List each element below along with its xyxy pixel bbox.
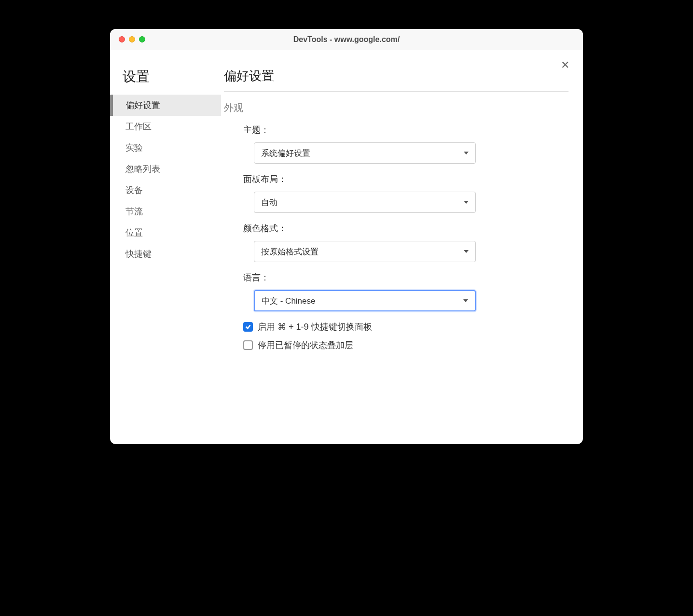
checkbox-paused-overlay-label: 停用已暂停的状态叠加层 xyxy=(258,339,353,351)
traffic-lights xyxy=(110,36,145,42)
theme-select-value: 系统偏好设置 xyxy=(261,148,310,159)
chevron-down-icon xyxy=(464,250,469,253)
window-close-button[interactable] xyxy=(119,36,125,42)
window-minimize-button[interactable] xyxy=(129,36,135,42)
sidebar-item-throttling[interactable]: 节流 xyxy=(110,201,221,222)
sidebar-item-label: 节流 xyxy=(125,207,143,216)
page-title: 偏好设置 xyxy=(224,68,568,92)
field-panel-layout: 面板布局： 自动 xyxy=(224,173,568,213)
color-format-select[interactable]: 按原始格式设置 xyxy=(254,241,476,262)
checkbox-paused-overlay[interactable] xyxy=(243,340,253,350)
sidebar-item-experiments[interactable]: 实验 xyxy=(110,137,221,158)
checkbox-paused-overlay-row[interactable]: 停用已暂停的状态叠加层 xyxy=(224,339,568,351)
sidebar-title: 设置 xyxy=(110,68,221,95)
main-panel: 偏好设置 外观 主题： 系统偏好设置 面板布局： 自动 xyxy=(221,50,583,444)
sidebar-item-label: 设备 xyxy=(125,185,143,195)
panel-layout-label: 面板布局： xyxy=(243,173,568,185)
close-icon[interactable]: ✕ xyxy=(561,60,569,70)
devtools-settings-window: DevTools - www.google.com/ ✕ 设置 偏好设置 工作区… xyxy=(110,29,583,444)
color-format-select-value: 按原始格式设置 xyxy=(261,246,319,257)
language-select-value: 中文 - Chinese xyxy=(262,295,315,307)
sidebar-item-label: 偏好设置 xyxy=(125,100,160,110)
check-icon xyxy=(245,323,251,330)
chevron-down-icon xyxy=(464,152,469,154)
sidebar-item-label: 工作区 xyxy=(125,122,152,131)
window-fullscreen-button[interactable] xyxy=(139,36,145,42)
sidebar-item-label: 快捷键 xyxy=(125,249,152,259)
field-theme: 主题： 系统偏好设置 xyxy=(224,124,568,164)
color-format-label: 颜色格式： xyxy=(243,223,568,234)
theme-select[interactable]: 系统偏好设置 xyxy=(254,142,476,164)
checkbox-shortcut-panel[interactable] xyxy=(243,322,253,332)
theme-label: 主题： xyxy=(243,124,568,136)
sidebar-item-ignore-list[interactable]: 忽略列表 xyxy=(110,158,221,180)
field-language: 语言： 中文 - Chinese xyxy=(224,272,568,311)
sidebar-item-shortcuts[interactable]: 快捷键 xyxy=(110,243,221,265)
field-color-format: 颜色格式： 按原始格式设置 xyxy=(224,223,568,262)
sidebar-item-preferences[interactable]: 偏好设置 xyxy=(110,95,221,116)
checkbox-shortcut-panel-label: 启用 ⌘ + 1-9 快捷键切换面板 xyxy=(258,321,372,333)
sidebar-item-devices[interactable]: 设备 xyxy=(110,180,221,201)
panel-layout-select-value: 自动 xyxy=(261,197,277,208)
sidebar-item-label: 位置 xyxy=(125,228,143,238)
sidebar-item-locations[interactable]: 位置 xyxy=(110,222,221,243)
chevron-down-icon xyxy=(463,299,468,302)
titlebar: DevTools - www.google.com/ xyxy=(110,29,583,50)
section-heading-appearance: 外观 xyxy=(224,101,568,114)
sidebar-item-label: 实验 xyxy=(125,143,143,153)
sidebar-item-label: 忽略列表 xyxy=(125,164,160,174)
chevron-down-icon xyxy=(464,201,469,204)
language-label: 语言： xyxy=(243,272,568,283)
language-select[interactable]: 中文 - Chinese xyxy=(254,290,476,311)
sidebar-item-workspace[interactable]: 工作区 xyxy=(110,116,221,137)
panel-layout-select[interactable]: 自动 xyxy=(254,192,476,213)
checkbox-shortcut-panel-row[interactable]: 启用 ⌘ + 1-9 快捷键切换面板 xyxy=(224,321,568,333)
settings-content: ✕ 设置 偏好设置 工作区 实验 忽略列表 设备 节流 位置 xyxy=(110,50,583,444)
sidebar: 设置 偏好设置 工作区 实验 忽略列表 设备 节流 位置 快捷 xyxy=(110,50,221,444)
window-title: DevTools - www.google.com/ xyxy=(110,35,583,44)
